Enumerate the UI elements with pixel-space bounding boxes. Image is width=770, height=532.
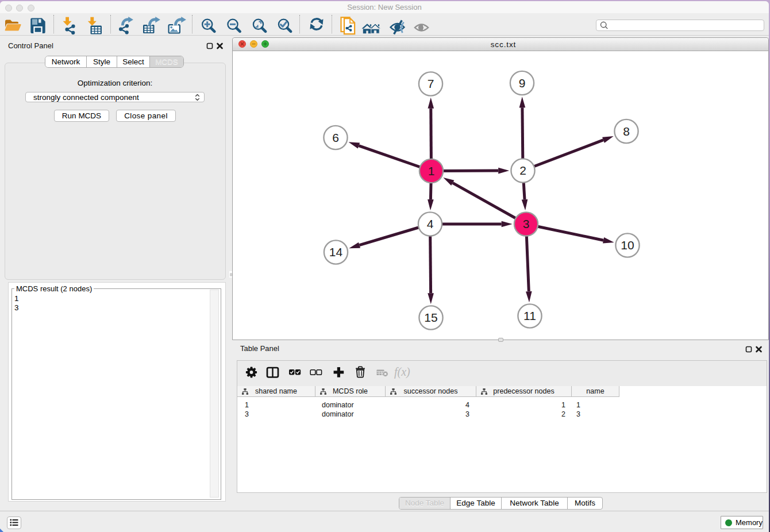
svg-text:3: 3 bbox=[523, 217, 530, 230]
svg-text:2: 2 bbox=[519, 164, 526, 177]
svg-text:14: 14 bbox=[329, 245, 343, 259]
svg-text:6: 6 bbox=[332, 131, 339, 144]
svg-text:11: 11 bbox=[523, 309, 536, 322]
svg-text:4: 4 bbox=[427, 217, 434, 230]
svg-text:9: 9 bbox=[519, 76, 526, 90]
svg-text:8: 8 bbox=[623, 125, 630, 138]
svg-text:15: 15 bbox=[424, 311, 437, 324]
svg-text:7: 7 bbox=[428, 77, 434, 90]
svg-text:10: 10 bbox=[621, 238, 634, 252]
svg-text:1: 1 bbox=[428, 164, 435, 178]
